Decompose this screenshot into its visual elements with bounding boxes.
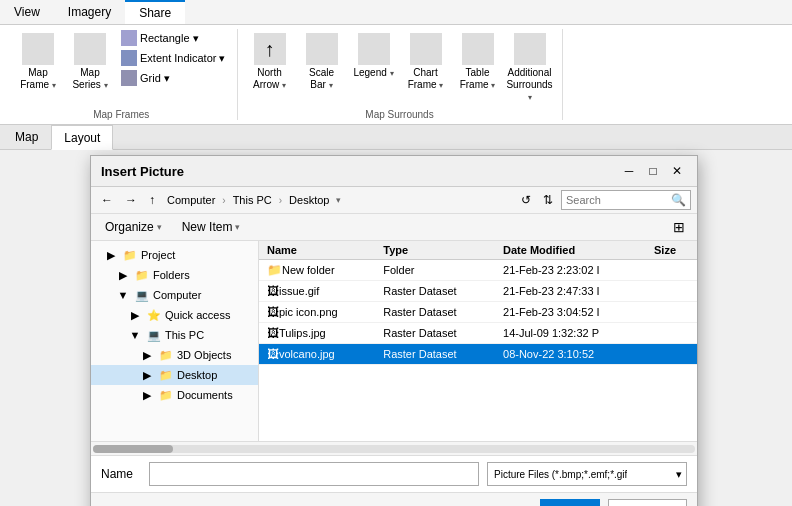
additional-surrounds-label: AdditionalSurrounds ▾ (506, 67, 552, 103)
chart-frame-button[interactable]: ChartFrame ▾ (402, 29, 450, 95)
map-frame-label: MapFrame ▾ (20, 67, 56, 91)
map-series-label: MapSeries ▾ (72, 67, 107, 91)
rectangle-button[interactable]: Rectangle ▾ (118, 29, 229, 47)
ribbon-body: MapFrame ▾ MapSeries ▾ Rectangle ▾ Exten… (0, 25, 792, 124)
scale-bar-icon (306, 33, 338, 65)
map-series-button[interactable]: MapSeries ▾ (66, 29, 114, 95)
tab-view[interactable]: View (0, 0, 54, 24)
map-frames-items: MapFrame ▾ MapSeries ▾ Rectangle ▾ Exten… (14, 29, 229, 107)
extent-indicator-button[interactable]: Extent Indicator ▾ (118, 49, 229, 67)
additional-surrounds-icon (514, 33, 546, 65)
scale-bar-button[interactable]: ScaleBar ▾ (298, 29, 346, 95)
grid-icon (121, 70, 137, 86)
grid-button[interactable]: Grid ▾ (118, 69, 229, 87)
extent-indicator-label: Extent Indicator ▾ (140, 52, 226, 65)
map-frames-group: MapFrame ▾ MapSeries ▾ Rectangle ▾ Exten… (6, 29, 238, 120)
north-arrow-label: NorthArrow ▾ (253, 67, 286, 91)
map-surrounds-group: ↑ NorthArrow ▾ ScaleBar ▾ Legend ▾ Chart… (238, 29, 563, 120)
north-arrow-icon: ↑ (254, 33, 286, 65)
scale-bar-label: ScaleBar ▾ (309, 67, 334, 91)
rectangle-icon (121, 30, 137, 46)
ribbon: View Imagery Share MapFrame ▾ MapSeries … (0, 0, 792, 125)
view-tabs: Map Layout (0, 125, 792, 150)
chart-frame-label: ChartFrame ▾ (408, 67, 444, 91)
map-frames-label: Map Frames (93, 107, 149, 120)
map-frame-icon (22, 33, 54, 65)
table-frame-icon (462, 33, 494, 65)
additional-surrounds-button[interactable]: AdditionalSurrounds ▾ (506, 29, 554, 107)
tab-layout[interactable]: Layout (51, 125, 113, 150)
tab-map[interactable]: Map (2, 125, 51, 149)
chart-frame-icon (410, 33, 442, 65)
ribbon-tabs: View Imagery Share (0, 0, 792, 25)
insert-col: Rectangle ▾ Extent Indicator ▾ Grid ▾ (118, 29, 229, 87)
map-frame-button[interactable]: MapFrame ▾ (14, 29, 62, 95)
tab-imagery[interactable]: Imagery (54, 0, 125, 24)
rectangle-label: Rectangle ▾ (140, 32, 199, 45)
legend-label: Legend ▾ (353, 67, 393, 79)
north-arrow-button[interactable]: ↑ NorthArrow ▾ (246, 29, 294, 95)
table-frame-button[interactable]: TableFrame ▾ (454, 29, 502, 95)
map-series-icon (74, 33, 106, 65)
map-surrounds-label: Map Surrounds (365, 107, 433, 120)
legend-icon (358, 33, 390, 65)
legend-button[interactable]: Legend ▾ (350, 29, 398, 83)
extent-indicator-icon (121, 50, 137, 66)
map-surrounds-items: ↑ NorthArrow ▾ ScaleBar ▾ Legend ▾ Chart… (246, 29, 554, 107)
grid-label: Grid ▾ (140, 72, 170, 85)
tab-share[interactable]: Share (125, 0, 185, 24)
table-frame-label: TableFrame ▾ (460, 67, 496, 91)
